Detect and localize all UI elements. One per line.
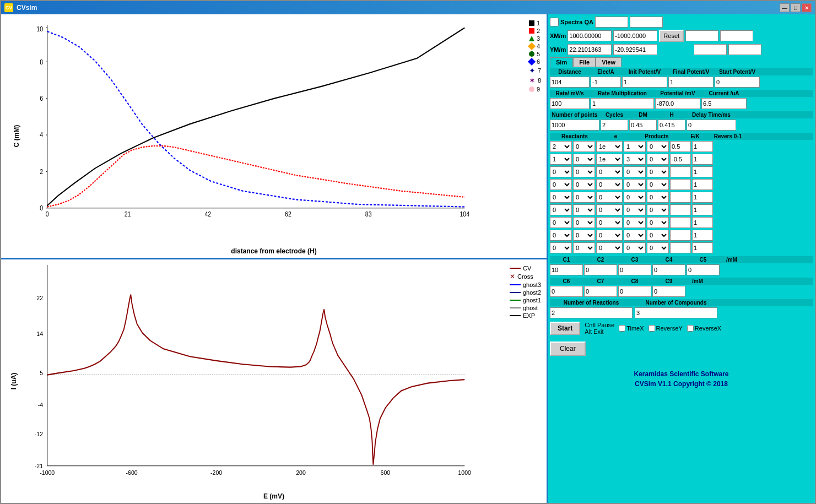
p1-select-5[interactable]: 0 bbox=[624, 192, 646, 203]
p2-select-9[interactable]: 0 bbox=[647, 242, 669, 253]
titlebar-controls[interactable]: — □ ✕ bbox=[780, 3, 812, 12]
p1-select-6[interactable]: 0 bbox=[624, 204, 646, 215]
r1-select-6[interactable]: 0 bbox=[550, 204, 572, 215]
c2-input[interactable] bbox=[584, 264, 617, 275]
timeX-checkbox[interactable] bbox=[619, 325, 625, 332]
r1-select-2[interactable]: 102 bbox=[550, 154, 572, 165]
start-button[interactable]: Start bbox=[550, 322, 580, 335]
e-select-3[interactable]: 0 bbox=[596, 166, 623, 177]
reverseY-checkbox[interactable] bbox=[649, 325, 655, 332]
r2-select-7[interactable]: 0 bbox=[573, 217, 595, 228]
rev-input-8[interactable] bbox=[692, 230, 713, 241]
reverseX-checkbox[interactable] bbox=[687, 325, 694, 332]
e-select-7[interactable]: 0 bbox=[596, 217, 623, 228]
c1-input[interactable] bbox=[550, 264, 583, 275]
num-reactions-input[interactable] bbox=[550, 307, 633, 318]
c5-input[interactable] bbox=[687, 264, 720, 275]
p2-select-8[interactable]: 0 bbox=[647, 230, 669, 241]
rev-input-1[interactable] bbox=[692, 141, 713, 152]
num-compounds-input[interactable] bbox=[635, 307, 717, 318]
c9-input[interactable] bbox=[652, 286, 685, 297]
start-potent-input[interactable] bbox=[715, 77, 760, 88]
p2-select-1[interactable]: 012 bbox=[647, 141, 669, 152]
c8-input[interactable] bbox=[618, 286, 651, 297]
p2-select-3[interactable]: 0 bbox=[647, 166, 669, 177]
xm-val2-input[interactable] bbox=[613, 30, 657, 41]
rev-input-6[interactable] bbox=[692, 204, 713, 215]
p2-select-2[interactable]: 012 bbox=[647, 154, 669, 165]
ek-input-3[interactable] bbox=[670, 166, 691, 177]
r2-select-4[interactable]: 0 bbox=[573, 179, 595, 190]
spectra-input2[interactable] bbox=[630, 17, 663, 28]
e-select-1[interactable]: 1e2e0 bbox=[596, 141, 623, 152]
p1-select-7[interactable]: 0 bbox=[624, 217, 646, 228]
dm-input[interactable] bbox=[629, 120, 657, 131]
ek-input-5[interactable] bbox=[670, 192, 691, 203]
extra-input4[interactable] bbox=[728, 44, 761, 55]
c4-input[interactable] bbox=[652, 264, 685, 275]
delay-input[interactable] bbox=[687, 120, 736, 131]
tab-view[interactable]: View bbox=[596, 57, 622, 67]
p1-select-4[interactable]: 0 bbox=[624, 179, 646, 190]
r2-select-8[interactable]: 0 bbox=[573, 230, 595, 241]
p1-select-2[interactable]: 3012 bbox=[624, 154, 646, 165]
rate-input[interactable] bbox=[550, 98, 590, 109]
init-potent-input[interactable] bbox=[622, 77, 667, 88]
p1-select-1[interactable]: 1023 bbox=[624, 141, 646, 152]
elec-a-input[interactable] bbox=[591, 77, 621, 88]
potential-input[interactable] bbox=[655, 98, 700, 109]
r2-select-1[interactable]: 012 bbox=[573, 141, 595, 152]
r2-select-5[interactable]: 0 bbox=[573, 192, 595, 203]
p2-select-5[interactable]: 0 bbox=[647, 192, 669, 203]
p2-select-6[interactable]: 0 bbox=[647, 204, 669, 215]
ek-input-2[interactable] bbox=[670, 154, 691, 165]
c6-input[interactable] bbox=[550, 286, 583, 297]
c3-input[interactable] bbox=[618, 264, 651, 275]
tab-file[interactable]: File bbox=[573, 57, 596, 67]
r2-select-3[interactable]: 0 bbox=[573, 166, 595, 177]
rev-input-5[interactable] bbox=[692, 192, 713, 203]
spectra-input[interactable] bbox=[595, 17, 628, 28]
p1-select-3[interactable]: 0 bbox=[624, 166, 646, 177]
ym-val1-input[interactable] bbox=[568, 44, 612, 55]
maximize-button[interactable]: □ bbox=[791, 3, 801, 12]
r1-select-9[interactable]: 0 bbox=[550, 242, 572, 253]
distance-input[interactable] bbox=[550, 77, 590, 88]
r1-select-1[interactable]: 2013 bbox=[550, 141, 572, 152]
r1-select-8[interactable]: 0 bbox=[550, 230, 572, 241]
r2-select-6[interactable]: 0 bbox=[573, 204, 595, 215]
r1-select-4[interactable]: 0 bbox=[550, 179, 572, 190]
rev-input-7[interactable] bbox=[692, 217, 713, 228]
p1-select-8[interactable]: 0 bbox=[624, 230, 646, 241]
p1-select-9[interactable]: 0 bbox=[624, 242, 646, 253]
rev-input-9[interactable] bbox=[692, 242, 713, 253]
e-select-9[interactable]: 0 bbox=[596, 242, 623, 253]
ek-input-7[interactable] bbox=[670, 217, 691, 228]
ek-input-6[interactable] bbox=[670, 204, 691, 215]
ek-input-8[interactable] bbox=[670, 230, 691, 241]
h-input[interactable] bbox=[658, 120, 685, 131]
spectra-checkbox[interactable] bbox=[550, 18, 559, 26]
r1-select-3[interactable]: 0 bbox=[550, 166, 572, 177]
ym-val2-input[interactable] bbox=[613, 44, 657, 55]
extra-input2[interactable] bbox=[720, 30, 753, 41]
e-select-4[interactable]: 0 bbox=[596, 179, 623, 190]
ek-input-9[interactable] bbox=[670, 242, 691, 253]
rev-input-4[interactable] bbox=[692, 179, 713, 190]
p2-select-7[interactable]: 0 bbox=[647, 217, 669, 228]
e-select-5[interactable]: 0 bbox=[596, 192, 623, 203]
num-points-input[interactable] bbox=[550, 120, 599, 131]
ek-input-4[interactable] bbox=[670, 179, 691, 190]
rev-input-2[interactable] bbox=[692, 154, 713, 165]
reset-button[interactable]: Reset bbox=[659, 30, 684, 42]
final-potent-input[interactable] bbox=[668, 77, 714, 88]
r1-select-5[interactable]: 0 bbox=[550, 192, 572, 203]
p2-select-4[interactable]: 0 bbox=[647, 179, 669, 190]
clear-button[interactable]: Clear bbox=[550, 342, 586, 356]
rev-input-3[interactable] bbox=[692, 166, 713, 177]
tab-sim[interactable]: Sim bbox=[550, 57, 573, 67]
extra-input3[interactable] bbox=[694, 44, 727, 55]
e-select-6[interactable]: 0 bbox=[596, 204, 623, 215]
r2-select-9[interactable]: 0 bbox=[573, 242, 595, 253]
c7-input[interactable] bbox=[584, 286, 617, 297]
